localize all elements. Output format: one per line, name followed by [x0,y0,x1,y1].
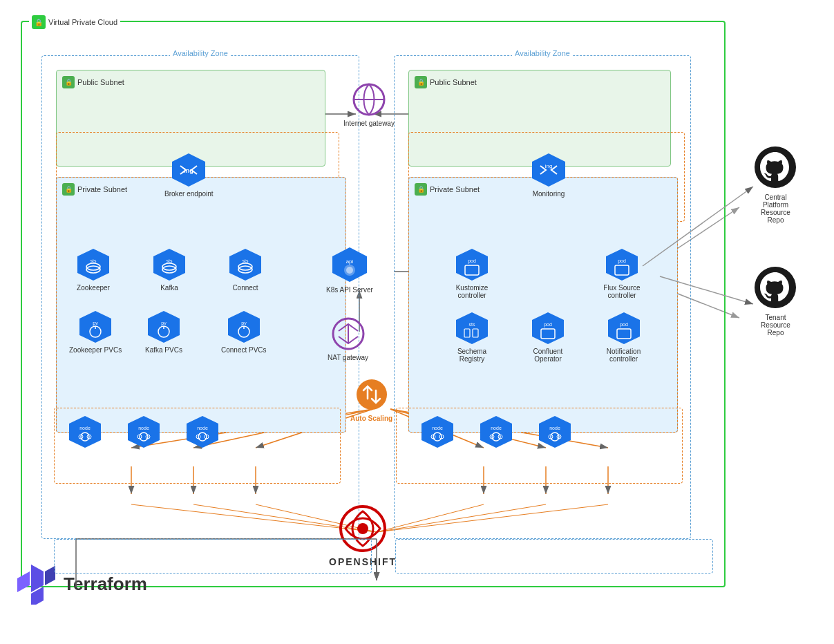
k8s-api-server: api K8s API Server [326,245,373,294]
github-icon-2 [753,265,798,310]
node-icon-6: node [538,415,572,449]
schema-registry: sts Sechema Registry [448,311,496,363]
github-tenant-label: Tenant Resource Repo [753,314,798,337]
svg-text:pv: pv [161,321,167,326]
svg-marker-35 [532,153,565,187]
monitoring-label: Monitoring [533,190,565,198]
github-area: Central Platform Resource Repo Tenant Re… [753,145,798,337]
zookeeper-icon: sts [76,247,111,282]
internet-gateway-label: Internet gateway [343,120,395,127]
zookeeper-pvcs-label: Zookeeper PVCs [69,346,122,354]
kafka-pvcs-icon: pv [146,310,181,344]
connect-pvcs-icon: pv [227,310,261,344]
k8s-api-icon: api [330,245,369,284]
svg-marker-89 [128,416,160,448]
connect-pvcs: pv Connect PVCs [221,310,267,354]
svg-text:pv: pv [241,321,247,326]
broker-endpoint: ing Broker endpoint [164,152,214,198]
svg-text:node: node [491,426,502,430]
auto-scaling: Auto Scaling [350,377,392,422]
diagram-container: 🔒 Virtual Private Cloud Availability Zon… [7,7,753,615]
kafka-pvcs: pv Kafka PVCs [145,310,182,354]
svg-marker-67 [456,249,488,281]
node-left-1: node [68,415,102,451]
zookeeper-label: Zookeeper [77,284,110,292]
github-icon-1 [753,145,798,190]
confluent-icon: pod [531,311,565,345]
monitoring: ing Monitoring [531,152,567,198]
right-private-box [408,177,678,433]
bottom-right-box [395,539,713,574]
broker-icon: ing [171,152,207,188]
svg-point-64 [346,267,353,274]
vpc-label: 🔒 Virtual Private Cloud [29,15,120,29]
svg-text:sts: sts [469,322,475,327]
svg-marker-37 [77,249,109,281]
svg-text:sts: sts [91,258,97,263]
svg-text:node: node [79,426,91,430]
svg-text:sts: sts [167,258,173,263]
node-right-2: node [479,415,513,449]
bottom-left-box [54,539,372,574]
k8s-api-label: K8s API Server [326,286,373,294]
svg-text:sts: sts [243,258,249,263]
internet-gateway-icon [351,82,387,117]
svg-marker-73 [456,312,488,344]
github-central: Central Platform Resource Repo [753,145,798,224]
right-nodes: node node node [420,415,572,449]
github-tenant: Tenant Resource Repo [753,265,798,337]
schema-icon: sts [455,311,489,345]
svg-marker-109 [539,416,571,448]
svg-marker-99 [421,416,453,448]
svg-marker-41 [153,249,185,281]
auto-scaling-icon [354,377,390,413]
zookeeper-pvcs: pv Zookeeper PVCs [69,310,122,354]
svg-text:pod: pod [620,322,628,328]
kustomize-label: Kustomize controller [448,284,496,299]
svg-text:node: node [432,426,443,430]
kustomize-controller: pod Kustomize controller [448,247,496,299]
lock-icon-public-right: 🔒 [415,76,427,88]
schema-registry-label: Sechema Registry [448,348,496,363]
nat-gateway-icon [330,316,366,352]
svg-marker-84 [69,416,101,448]
monitoring-icon: ing [531,152,567,188]
node-icon-2: node [126,415,161,449]
github-central-label: Central Platform Resource Repo [753,193,798,224]
svg-marker-45 [229,249,261,281]
public-subnet-left-label: 🔒 Public Subnet [62,76,124,88]
kustomize-icon: pod [455,247,489,282]
svg-text:ing: ing [545,163,553,169]
node-right-1: node [420,415,455,449]
zookeeper: sts Zookeeper [76,247,111,292]
nat-gateway: NAT gateway [328,316,368,361]
node-icon-1: node [68,415,102,449]
svg-marker-94 [187,416,218,448]
node-left-2: node [126,415,161,451]
left-nodes: node node node [68,415,220,451]
node-icon-5: node [479,415,513,449]
kafka-icon: sts [152,247,187,282]
svg-text:api: api [346,258,354,265]
svg-point-83 [357,379,387,410]
svg-marker-77 [532,312,564,344]
node-left-3: node [185,415,220,451]
flux-source-controller: pod Flux Source controller [598,247,646,299]
node-right-3: node [538,415,572,449]
svg-marker-80 [608,312,640,344]
svg-text:pod: pod [618,258,626,264]
kafka-pvcs-label: Kafka PVCs [145,346,182,354]
zookeeper-pvcs-icon: pv [78,310,113,344]
svg-marker-70 [606,249,638,281]
notification-icon: pod [607,311,641,345]
kafka-area-box [56,177,346,433]
svg-marker-104 [480,416,512,448]
svg-text:node: node [197,426,208,430]
connect-icon: sts [228,247,263,282]
notification-controller-label: Notification controller [598,348,650,363]
flux-label: Flux Source controller [598,284,646,299]
terraform-label: Terraform [64,574,147,595]
svg-text:pv: pv [93,321,98,326]
connect: sts Connect [228,247,263,292]
internet-gateway: Internet gateway [343,82,395,127]
